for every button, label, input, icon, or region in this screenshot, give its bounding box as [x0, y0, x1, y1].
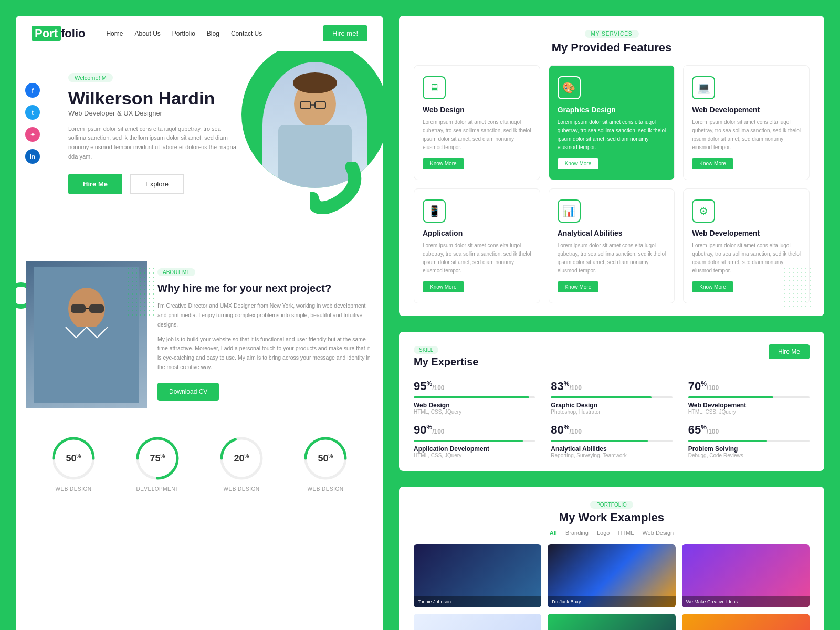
skill-bar-bg-2	[688, 396, 810, 398]
service-card-3[interactable]: 📱 Application Lorem ipsum dolor sit amet…	[414, 188, 540, 303]
portfolio-label-0: Tonnie Johnson	[414, 596, 541, 607]
nav-contact[interactable]: Contact Us	[231, 30, 262, 37]
service-desc-1: Lorem ipsum dolor sit amet cons elta iuq…	[558, 118, 666, 152]
portfolio-filter-branding[interactable]: Branding	[565, 530, 589, 536]
service-icon-5: ⚙	[692, 200, 715, 223]
service-desc-2: Lorem ipsum dolor sit amet cons elta iuq…	[692, 118, 801, 152]
skills-hire-button[interactable]: Hire Me	[769, 344, 810, 359]
skill-bar-fill-3	[414, 440, 523, 442]
nav-about[interactable]: About Us	[134, 30, 160, 37]
nav-blog[interactable]: Blog	[207, 30, 219, 37]
skill-bar-fill-4	[551, 440, 648, 442]
service-desc-4: Lorem ipsum dolor sit amet cons elta iuq…	[558, 242, 666, 275]
portfolio-item-5[interactable]: We Design Digital Products	[682, 614, 810, 630]
skill-percent-5: 65%/100	[688, 423, 810, 437]
skill-tech-4: Reporting, Surveying, Teamwork	[551, 453, 672, 458]
stat-item: 50% WEB DESIGN	[50, 435, 97, 492]
service-btn-3[interactable]: Know More	[423, 281, 464, 292]
service-btn-2[interactable]: Know More	[692, 158, 733, 169]
stat-item: 75% DEVELOPMENT	[134, 435, 181, 492]
dribbble-icon[interactable]: ✦	[25, 127, 40, 142]
skill-item-0: 95%/100 Web Design HTML, CSS, JQuery	[414, 380, 535, 415]
stat-percent-3: 50%	[318, 453, 333, 464]
dot-decoration	[783, 266, 814, 308]
skill-name-2: Web Developement	[688, 402, 810, 409]
logo-highlight: Port	[32, 26, 61, 41]
service-icon-2: 💻	[692, 76, 715, 99]
portfolio-label-1: I'm Jack Baxy	[548, 596, 675, 607]
portfolio-filter-all[interactable]: All	[550, 530, 557, 536]
service-icon-4: 📊	[558, 200, 581, 223]
stat-percent-2: 20%	[234, 453, 249, 464]
skill-item-2: 70%/100 Web Developement HTML, CSS, JQue…	[688, 380, 810, 415]
portfolio-item-3[interactable]: App UI Design	[414, 614, 541, 630]
stat-label-1: DEVELOPMENT	[136, 486, 178, 492]
skill-name-5: Problem Solving	[688, 445, 810, 453]
explore-button[interactable]: Explore	[130, 174, 184, 194]
stat-percent-0: 50%	[66, 453, 81, 464]
skill-item-5: 65%/100 Problem Solving Debugg, Code Rev…	[688, 423, 810, 458]
portfolio-filter-html[interactable]: HTML	[618, 530, 634, 536]
service-btn-4[interactable]: Know More	[558, 281, 599, 292]
stats-row: 50% WEB DESIGN 75% DEVELOPMENT	[16, 424, 383, 508]
service-card-1[interactable]: 🎨 Graphics Design Lorem ipsum dolor sit …	[549, 65, 675, 180]
about-image	[26, 261, 147, 408]
about-text-1: I'm Creative Director and UMX Designer f…	[158, 301, 373, 330]
portfolio-filter-logo[interactable]: Logo	[597, 530, 610, 536]
stat-circle-2: 20%	[218, 435, 265, 482]
nav-portfolio[interactable]: Portfolio	[172, 30, 195, 37]
skill-name-4: Analytical Abilities	[551, 445, 672, 453]
stat-item: 50% WEB DESIGN	[302, 435, 349, 492]
skill-tech-2: HTML, CSS, JQuery	[688, 409, 810, 415]
portfolio-item-2[interactable]: We Make Creative Ideas	[682, 544, 810, 607]
portfolio-item-1[interactable]: I'm Jack Baxy	[548, 544, 675, 607]
service-name-3: Application	[423, 229, 531, 237]
hire-me-button[interactable]: Hire Me	[68, 174, 122, 194]
stat-circle-0: 50%	[50, 435, 97, 482]
service-desc-0: Lorem ipsum dolor sit amet cons elta iuq…	[423, 118, 531, 152]
skill-percent-2: 70%/100	[688, 380, 810, 393]
service-btn-5[interactable]: Know More	[692, 281, 733, 292]
stat-label-0: WEB DESIGN	[56, 486, 92, 492]
services-title: My Provided Features	[414, 41, 810, 55]
service-btn-1[interactable]: Know More	[558, 158, 599, 169]
service-icon-1: 🎨	[558, 76, 581, 99]
skill-bar-fill-2	[688, 396, 773, 398]
service-btn-0[interactable]: Know More	[423, 158, 464, 169]
portfolio-title: My Work Examples	[414, 511, 810, 524]
skill-tech-5: Debugg, Code Reviews	[688, 453, 810, 458]
skill-bar-bg-1	[551, 396, 672, 398]
skill-bar-bg-5	[688, 440, 810, 442]
twitter-icon[interactable]: t	[25, 105, 40, 120]
service-card-0[interactable]: 🖥 Web Design Lorem ipsum dolor sit amet …	[414, 65, 540, 180]
download-cv-button[interactable]: Download CV	[158, 383, 219, 401]
skill-tech-0: HTML, CSS, JQuery	[414, 409, 535, 415]
service-card-4[interactable]: 📊 Analytical Abilities Lorem ipsum dolor…	[549, 188, 675, 303]
skill-bar-bg-4	[551, 440, 672, 442]
skills-title: My Expertise	[414, 356, 478, 368]
skill-bar-bg-0	[414, 396, 535, 398]
nav-home[interactable]: Home	[106, 30, 123, 37]
right-panel: MY SERVICES My Provided Features 🖥 Web D…	[399, 16, 824, 630]
hero-title: Web Developer & UX Designer	[68, 109, 247, 117]
navbar: Portfolio Home About Us Portfolio Blog C…	[16, 16, 383, 51]
svg-point-5	[293, 72, 337, 93]
portfolio-item-0[interactable]: Tonnie Johnson	[414, 544, 541, 607]
service-icon-3: 📱	[423, 200, 446, 223]
skills-grid: 95%/100 Web Design HTML, CSS, JQuery 83%…	[414, 380, 810, 458]
service-card-5[interactable]: ⚙ Web Developement Lorem ipsum dolor sit…	[683, 188, 810, 303]
linkedin-icon[interactable]: in	[25, 149, 40, 164]
facebook-icon[interactable]: f	[25, 83, 40, 98]
hero-description: Lorem ipsum dolor sit amet cons elta iuq…	[68, 124, 236, 161]
portfolio-item-4[interactable]: Application Development HTML, CSS, JQuer…	[548, 614, 675, 630]
service-name-1: Graphics Design	[558, 106, 666, 114]
nav-links: Home About Us Portfolio Blog Contact Us	[106, 30, 312, 37]
skill-percent-4: 80%/100	[551, 423, 672, 437]
portfolio-filter-web design[interactable]: Web Design	[642, 530, 674, 536]
nav-hire-button[interactable]: Hire me!	[323, 25, 368, 41]
svg-rect-8	[71, 304, 86, 313]
stat-circle-1: 75%	[134, 435, 181, 482]
service-card-2[interactable]: 💻 Web Developement Lorem ipsum dolor sit…	[683, 65, 810, 180]
service-desc-3: Lorem ipsum dolor sit amet cons elta iuq…	[423, 242, 531, 275]
hero-section: f t ✦ in Welcome! M Wilkerson Hardin Web…	[16, 51, 383, 251]
